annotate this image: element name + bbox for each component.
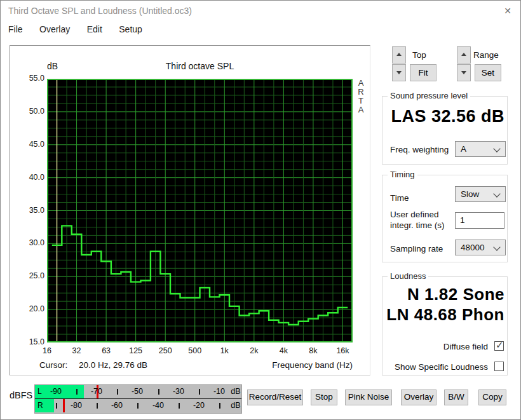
loudness-group-title: Loudness <box>388 271 428 281</box>
show-specific-loudness-label: Show Specific Loudness <box>382 362 488 372</box>
show-specific-loudness-checkbox[interactable] <box>494 362 504 371</box>
loudness-groupbox: Loudness N 1.82 Sone LN 48.68 Phon Diffu… <box>382 276 508 376</box>
y-tick-label: 20.0 <box>20 304 44 313</box>
watermark-letter: A <box>356 105 365 114</box>
arrow-up-icon <box>461 53 466 56</box>
diffuse-field-checkbox[interactable]: ✓ <box>494 341 504 351</box>
arrow-up-icon <box>396 53 402 56</box>
y-tick-label: 35.0 <box>20 206 44 215</box>
meter-tick <box>97 403 98 409</box>
x-axis-title: Frequency band (Hz) <box>257 360 353 370</box>
diffuse-field-label: Diffuse field <box>382 342 488 351</box>
x-tick-label: 16k <box>330 346 355 355</box>
arta-spl-window: Third Octave SPL and Loudness (Untitled.… <box>0 0 521 420</box>
meter-unit-label: dB <box>227 401 241 410</box>
record-reset-button[interactable]: Record/Reset <box>247 390 303 405</box>
menu-file[interactable]: File <box>1 24 30 34</box>
spl-readout: LAS 32.56 dB <box>391 107 504 126</box>
meter-tick <box>56 403 57 409</box>
x-tick-label: 2k <box>241 346 267 355</box>
y-tick-label: 55.0 <box>20 74 44 83</box>
menu-setup[interactable]: Setup <box>112 24 149 34</box>
chevron-down-icon <box>493 243 500 250</box>
cursor-label: Cursor: <box>39 360 67 370</box>
fit-button[interactable]: Fit <box>410 64 436 81</box>
window-title: Third Octave SPL and Loudness (Untitled.… <box>8 6 192 16</box>
x-tick-label: 1k <box>212 346 237 355</box>
freq-weighting-label: Freq. weighting <box>390 145 449 154</box>
x-tick-label: 16 <box>34 346 60 355</box>
meter-scale-label: -90 <box>47 387 65 396</box>
spl-plot[interactable] <box>47 79 353 342</box>
meter-tick <box>179 403 180 409</box>
x-tick-label: 4k <box>271 346 296 355</box>
chart-title: Third octave SPL <box>47 61 353 71</box>
x-tick-label: 32 <box>64 346 90 355</box>
y-tick-label: 40.0 <box>20 173 44 182</box>
meter-scale-label: -60 <box>108 401 126 410</box>
integr-label-line1: User defined <box>390 210 439 219</box>
meter-tick <box>137 403 139 409</box>
stop-button[interactable]: Stop <box>311 390 337 405</box>
time-value: Slow <box>461 189 479 199</box>
freq-weighting-value: A <box>461 144 466 154</box>
meter-scale-label: -40 <box>149 401 167 410</box>
phon-readout: LN 48.68 Phon <box>386 305 504 325</box>
title-bar: Third Octave SPL and Loudness (Untitled.… <box>1 1 520 21</box>
sampling-rate-label: Sampling rate <box>390 244 443 254</box>
check-icon: ✓ <box>496 339 504 351</box>
meter-tick <box>219 403 220 409</box>
top-spin-down-button[interactable] <box>392 64 406 81</box>
meter-row: R-80-60-40-20dB <box>35 399 241 412</box>
x-tick-label: 250 <box>152 346 178 355</box>
bw-button[interactable]: B/W <box>444 390 468 405</box>
menu-edit[interactable]: Edit <box>80 24 109 34</box>
pink-noise-button[interactable]: Pink Noise <box>345 390 392 405</box>
meter-row: L-90-70-50-30-10dB <box>35 385 241 399</box>
top-spin-up-button[interactable] <box>392 46 406 64</box>
menu-bar: File Overlay Edit Setup <box>1 21 520 39</box>
arrow-down-icon <box>396 71 402 74</box>
meter-scale-label: -70 <box>88 387 105 396</box>
channel-label: R <box>37 401 43 410</box>
meter-scale-label: -30 <box>170 387 187 396</box>
sampling-rate-select[interactable]: 48000 <box>455 240 506 255</box>
menu-overlay[interactable]: Overlay <box>32 24 77 34</box>
sone-readout: N 1.82 Sone <box>407 285 504 304</box>
meter-tick <box>199 389 200 395</box>
y-tick-label: 50.0 <box>20 107 44 116</box>
meter-tick <box>117 389 118 395</box>
chevron-down-icon <box>493 145 500 152</box>
peak-hold-marker <box>63 399 65 412</box>
timing-group-title: Timing <box>388 170 417 179</box>
y-tick-label: 25.0 <box>20 271 44 280</box>
chevron-down-icon <box>493 190 500 197</box>
overlay-button[interactable]: Overlay <box>401 390 436 405</box>
sampling-rate-value: 48000 <box>461 243 485 252</box>
x-tick-label: 8k <box>301 346 326 355</box>
time-label: Time <box>390 193 409 203</box>
watermark-letter: T <box>356 97 365 105</box>
close-icon[interactable]: ✕ <box>504 6 511 16</box>
time-select[interactable]: Slow <box>455 186 506 202</box>
y-tick-label: 45.0 <box>20 140 44 149</box>
x-tick-label: 500 <box>182 346 208 355</box>
freq-weighting-select[interactable]: A <box>455 141 506 157</box>
y-tick-label: 15.0 <box>20 337 44 346</box>
meter-scale-label: -80 <box>67 401 85 410</box>
meter-scale-label: -10 <box>210 387 228 396</box>
copy-button[interactable]: Copy <box>478 390 506 405</box>
spl-groupbox: Sound pressure level LAS 32.56 dB Freq. … <box>382 96 508 165</box>
x-tick-label: 63 <box>93 346 119 355</box>
range-spin-up-button[interactable] <box>457 46 471 64</box>
meter-tick <box>158 389 159 395</box>
dbfs-label: dBFS <box>10 390 32 400</box>
arrow-down-icon <box>461 71 466 74</box>
meter-unit-label: dB <box>227 387 241 396</box>
range-spin-down-button[interactable] <box>457 64 471 81</box>
top-label: Top <box>412 50 426 60</box>
set-button[interactable]: Set <box>475 64 501 81</box>
meter-tick <box>76 389 78 395</box>
integr-time-input[interactable]: 1 <box>455 212 504 229</box>
integr-label-line2: integr. time (s) <box>390 220 445 230</box>
